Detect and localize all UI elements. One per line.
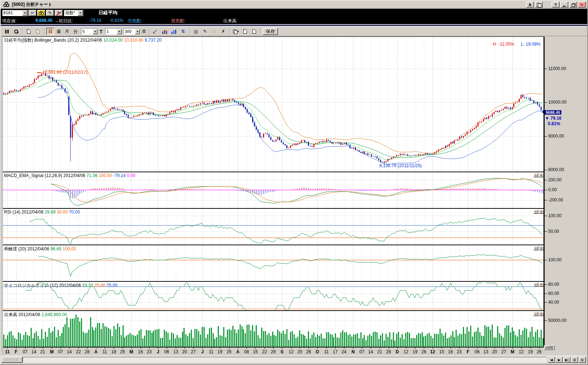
y-axis-label: 100.00 bbox=[548, 213, 562, 218]
page-print-button[interactable] bbox=[250, 28, 259, 35]
grid-layout-button[interactable]: ⊞ bbox=[571, 357, 578, 363]
y-axis-label: 40.00 bbox=[548, 300, 559, 305]
panel-macd-header: MACD_EMA_Signal (12,26,9) 2012/04/06 71.… bbox=[4, 173, 135, 178]
scroll-last-button[interactable]: ▶| bbox=[563, 357, 570, 363]
sort-arrows-button[interactable]: ⇅ bbox=[179, 28, 187, 35]
chevron-down-icon[interactable]: ▾ bbox=[135, 29, 140, 34]
period-monthly-button[interactable]: 月 bbox=[63, 28, 71, 35]
panel-macd-title-segment: 150.50 bbox=[99, 173, 113, 178]
pencil-icon: ✎ bbox=[203, 29, 207, 34]
chevron-down-icon[interactable]: ▾ bbox=[117, 29, 122, 34]
category-dropdown-button[interactable]: ▾ bbox=[78, 10, 83, 16]
chart-area: 日経平均(指数) Bollinger_Bands (20,2) 2012/04/… bbox=[0, 36, 588, 355]
draw-pencil-button[interactable]: ✎ bbox=[201, 28, 209, 35]
panel-minimize-button[interactable]: − bbox=[533, 210, 538, 214]
paste-page-button[interactable] bbox=[34, 28, 42, 35]
panel-main-title-segment: 日経平均(指数) Bollinger_Bands (20,2) 2012/04/… bbox=[4, 38, 103, 43]
enter-button[interactable]: ↵ bbox=[28, 10, 36, 16]
y-axis-label: 10000.00 bbox=[548, 100, 566, 105]
y-axis-tick bbox=[543, 102, 547, 103]
title-bar: [5002] 分析チャート A ? × bbox=[1, 1, 587, 8]
trendline-icon bbox=[153, 29, 158, 34]
eraser-button[interactable]: ▱ bbox=[210, 28, 218, 35]
y-axis-label: 100.00 bbox=[548, 257, 562, 262]
high-percent-label: H: -11.05% bbox=[493, 42, 514, 47]
bar-chart-red-button[interactable] bbox=[160, 28, 169, 35]
help-button[interactable]: ? bbox=[552, 1, 560, 8]
annotation-marker bbox=[37, 72, 41, 73]
grid-button[interactable]: ▦ bbox=[192, 28, 200, 35]
code-input[interactable] bbox=[3, 11, 22, 15]
delete-drawing-button[interactable]: ✗ bbox=[219, 28, 228, 35]
code-input-box: ▾ bbox=[2, 10, 28, 16]
bars-count-select[interactable]: 300 ▾ bbox=[123, 28, 140, 35]
chart-annotation: 8,135.79 (2011/11/25) bbox=[379, 163, 422, 168]
scrollbar-track[interactable] bbox=[23, 357, 546, 362]
memo-edit-button[interactable]: ✎ bbox=[46, 10, 54, 16]
panel-minimize-button[interactable]: − bbox=[533, 312, 538, 316]
category-value: 指数* bbox=[65, 10, 78, 16]
y-axis-tick bbox=[543, 69, 547, 69]
copy-window-button[interactable] bbox=[535, 1, 543, 8]
bar-chart-blue-button[interactable] bbox=[170, 28, 178, 35]
toolbar-separator bbox=[44, 28, 45, 35]
ma-period-select[interactable]: 5 ▾ bbox=[81, 28, 98, 35]
panel-close-button[interactable]: × bbox=[539, 246, 544, 250]
zoom-button[interactable] bbox=[12, 28, 20, 35]
panel-psy-header: サイコロジカルライン (12) 2012/04/06 33.33 25.00 7… bbox=[4, 283, 117, 289]
low-percent-label: L: 19.08% bbox=[521, 42, 541, 47]
y-axis-label: 200.00 bbox=[548, 177, 562, 182]
panel-macd-title-segment: -79.14 bbox=[113, 173, 127, 178]
panel-minimize-button[interactable]: − bbox=[533, 173, 538, 177]
quote-bar: ▾ ↵ ✎ ✎ 指数* ▾ 日経平均 現在値: 9,688.45 →前日比: -… bbox=[1, 9, 587, 24]
y-axis-label: 8000.00 bbox=[548, 167, 564, 172]
trendline-button[interactable] bbox=[151, 28, 160, 35]
minimize-button[interactable] bbox=[560, 1, 568, 8]
copy-page-button[interactable] bbox=[24, 28, 33, 35]
y-axis-label: 50000.00 bbox=[548, 318, 566, 323]
save-button[interactable]: 保存 bbox=[263, 28, 278, 35]
panel-vol-header: 出来高 2012/04/06 1,645,980.00 bbox=[4, 312, 67, 318]
close-button[interactable]: × bbox=[578, 1, 586, 8]
scrollbar-thumb[interactable] bbox=[1, 357, 23, 363]
toolbar-separator bbox=[260, 28, 261, 35]
panel-minimize-button[interactable]: − bbox=[533, 283, 538, 287]
eraser-icon: ▱ bbox=[212, 29, 216, 34]
page-icon bbox=[243, 29, 247, 34]
panel-close-button[interactable]: × bbox=[539, 283, 544, 287]
y-axis-tick bbox=[543, 200, 547, 200]
down-triangle-icon: ▼ bbox=[545, 116, 550, 121]
y-axis-label: 50.00 bbox=[548, 229, 559, 234]
y-axis-label: 11000.00 bbox=[548, 66, 566, 71]
window-copy-button[interactable]: ▾ bbox=[232, 28, 240, 35]
grid-layout-alt-button[interactable]: ⊞ bbox=[579, 357, 586, 363]
panel-dev-header: 乖離度 (20) 2012/04/06 96.65 100.00 bbox=[4, 246, 76, 252]
interval-value: 1 bbox=[107, 29, 117, 34]
panel-vol-title-segment: 1,645,980.00 bbox=[42, 312, 67, 317]
panel-close-button[interactable]: × bbox=[539, 173, 544, 177]
dual-chart-button[interactable] bbox=[3, 28, 11, 35]
chart-overlay: 日経平均(指数) Bollinger_Bands (20,2) 2012/04/… bbox=[0, 36, 588, 355]
panel-main-title-segment: 9,737.20 bbox=[145, 38, 162, 43]
font-button[interactable]: A bbox=[526, 1, 534, 8]
memo-clear-button[interactable]: ✎ bbox=[55, 10, 63, 16]
search-button[interactable] bbox=[37, 10, 45, 16]
panel-close-button[interactable]: × bbox=[539, 312, 544, 316]
copy-pages-icon bbox=[233, 30, 237, 33]
period-weekly-button[interactable]: 週 bbox=[55, 28, 63, 35]
category-select[interactable]: 指数* ▾ bbox=[64, 10, 83, 16]
page-capture-button[interactable] bbox=[241, 28, 249, 35]
panel-psy-title-segment: 25.00 bbox=[94, 283, 107, 288]
grid-icon: ▦ bbox=[194, 29, 198, 34]
restore-button[interactable] bbox=[569, 1, 577, 8]
panel-close-button[interactable]: × bbox=[539, 210, 544, 214]
panel-minimize-button[interactable]: − bbox=[533, 246, 538, 250]
period-daily-button[interactable]: 日 bbox=[46, 28, 54, 35]
scroll-left-button[interactable]: ◀ bbox=[548, 357, 555, 363]
scroll-right-button[interactable]: ▶ bbox=[556, 357, 563, 363]
code-dropdown-button[interactable]: ▾ bbox=[22, 10, 27, 16]
separator bbox=[1, 24, 587, 27]
interval-select[interactable]: 1 ▾ bbox=[105, 28, 122, 35]
chevron-down-icon[interactable]: ▾ bbox=[93, 29, 98, 34]
period-minute-button[interactable]: 分 bbox=[71, 28, 80, 35]
